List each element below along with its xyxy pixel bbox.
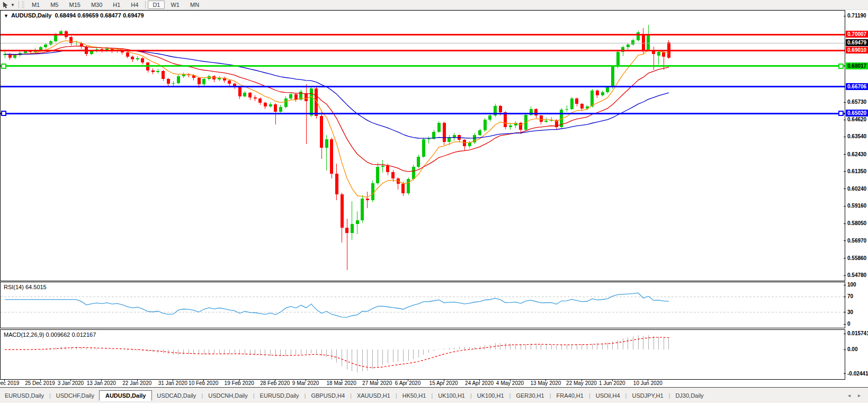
candle-body	[386, 166, 389, 172]
price-badge: 0.66706	[846, 83, 868, 90]
chart-tab-hk50-h1[interactable]: HK50,H1	[398, 391, 431, 400]
cursor-glyph	[2, 2, 10, 8]
chart-tab-uk100-h1[interactable]: UK100,H1	[472, 391, 509, 400]
chart-cursor-icon[interactable]: ▼	[0, 1, 17, 9]
date-label: 18 Mar 2020	[327, 380, 356, 386]
candle-body	[519, 123, 522, 130]
tab-separator: |	[550, 392, 551, 399]
candle-body	[637, 32, 640, 40]
price-tick-label: 0.56970	[847, 238, 868, 244]
toolbar-separator	[19, 1, 19, 8]
chart-ohlc-values: 0.68494 0.69659 0.68477 0.69479	[55, 12, 144, 19]
chart-tab-usdchf-daily[interactable]: USDCHF,Daily	[51, 391, 99, 400]
macd-tick-mark	[844, 334, 846, 334]
chart-tab-gbpusd-h4[interactable]: GBPUSD,H4	[306, 391, 350, 400]
chart-tab-eurusd-daily[interactable]: EURUSD,Daily	[255, 391, 304, 400]
price-tick-mark	[844, 137, 846, 137]
candle-body	[141, 58, 144, 62]
candle-body	[443, 123, 446, 142]
candle-body	[376, 167, 379, 183]
cursor-dropdown-icon[interactable]: ▼	[11, 3, 15, 7]
hline-handle[interactable]	[839, 111, 843, 115]
price-tick-mark	[844, 154, 846, 155]
candle-body	[478, 130, 481, 135]
macd-canvas[interactable]	[1, 330, 845, 379]
price-tick-mark	[844, 171, 846, 172]
candle-body	[391, 172, 395, 179]
candle-body	[335, 174, 338, 194]
date-label: 10 Jun 2020	[633, 380, 663, 386]
macd-histogram	[5, 335, 669, 372]
main-chart-canvas[interactable]	[1, 11, 845, 281]
candle-body	[407, 179, 410, 193]
tab-separator: |	[253, 392, 255, 399]
chart-tab-dj30-daily[interactable]: DJ30,Daily	[670, 391, 708, 400]
chart-tab-usdcad-daily[interactable]: USDCAD,Daily	[152, 391, 201, 400]
tab-scroll-left-icon[interactable]: ◂	[848, 392, 851, 398]
candle-body	[509, 126, 512, 127]
candle-body	[24, 51, 27, 53]
chart-tab-ger30-h1[interactable]: GER30,H1	[511, 391, 549, 400]
tab-scroll-right-icon[interactable]: ▸	[858, 392, 861, 398]
timeframe-button-m15[interactable]: M15	[64, 1, 85, 9]
rsi-canvas[interactable]	[1, 282, 845, 328]
candle-body	[356, 220, 359, 224]
price-tick-label: 0.64620	[847, 117, 868, 122]
macd-label: MACD(12,26,9)	[4, 332, 44, 338]
candle-body	[540, 115, 543, 121]
toolbar-grip-handle[interactable]	[22, 1, 24, 8]
price-badge: 0.69010	[846, 47, 868, 53]
chart-tab-eurusd-daily[interactable]: EURUSD,Daily	[0, 391, 49, 400]
timeframe-button-mn[interactable]: MN	[185, 1, 204, 9]
chart-tab-usdcnh-daily[interactable]: USDCNH,Daily	[203, 391, 253, 400]
candle-body	[305, 93, 308, 101]
price-tick-mark	[844, 102, 846, 103]
rsi-tick-mark	[844, 312, 846, 312]
candle-body	[437, 123, 441, 132]
slow-ma-line	[5, 50, 669, 138]
candle-body	[59, 31, 62, 34]
main-chart-panel[interactable]: ▼AUDUSD,Daily 0.68494 0.69659 0.68477 0.…	[0, 10, 845, 281]
chart-tab-audusd-daily[interactable]: AUDUSD,Daily	[99, 390, 152, 401]
chart-tab-bar: EURUSD,Daily|USDCHF,DailyAUDUSD,DailyUSD…	[0, 387, 868, 403]
candle-body	[361, 199, 364, 220]
chart-tab-uk100-h1[interactable]: UK100,H1	[433, 391, 470, 400]
timeframe-button-h4[interactable]: H4	[126, 1, 143, 9]
candle-body	[172, 83, 175, 84]
price-tick-label: 0.58050	[847, 220, 868, 226]
timeframe-button-h1[interactable]: H1	[108, 1, 125, 9]
timeframe-button-m1[interactable]: M1	[27, 1, 44, 9]
chart-tab-usdjpy-h1[interactable]: USDJPY,H1	[627, 391, 668, 400]
timeframe-button-m30[interactable]: M30	[86, 1, 107, 9]
candle-body	[151, 70, 155, 72]
trading-platform-window: ▼ M1M5M15M30H1H4D1W1MN ▼AUDUSD,Daily 0.6…	[0, 0, 868, 403]
timeframe-button-d1[interactable]: D1	[148, 1, 165, 9]
rsi-tick-mark	[844, 285, 846, 285]
candle-body	[575, 98, 578, 104]
price-tick-mark	[844, 275, 846, 276]
macd-panel[interactable]: MACD(12,26,9) 0.009662 0.012167	[0, 329, 845, 380]
candle-body	[279, 107, 282, 112]
timeframe-button-w1[interactable]: W1	[166, 1, 184, 9]
candle-body	[366, 199, 369, 200]
candle-body	[611, 67, 614, 87]
chart-dropdown-icon[interactable]: ▼	[4, 13, 8, 19]
candle-body	[631, 40, 634, 44]
chart-tab-usoil-h4[interactable]: USOil,H4	[591, 391, 625, 400]
hline-handle[interactable]	[839, 64, 843, 68]
candle-body	[202, 79, 205, 84]
chart-tab-fra40-h1[interactable]: FRA40,H1	[552, 391, 588, 400]
toolbar-separator	[145, 1, 146, 8]
tab-separator: |	[470, 392, 472, 399]
candle-body	[243, 93, 246, 96]
timeframe-button-m5[interactable]: M5	[46, 1, 63, 9]
rsi-panel[interactable]: RSI(14) 64.5015	[0, 282, 845, 328]
hline-handle[interactable]	[2, 64, 6, 68]
candle-body	[330, 139, 333, 174]
rsi-tick-label: 30	[847, 309, 868, 315]
chart-tab-xauusd-h1[interactable]: XAUUSD,H1	[352, 391, 395, 400]
hline-handle[interactable]	[2, 111, 6, 115]
candle-body	[427, 139, 431, 139]
candle-body	[453, 135, 456, 137]
price-tick-label: 0.62430	[847, 151, 868, 157]
